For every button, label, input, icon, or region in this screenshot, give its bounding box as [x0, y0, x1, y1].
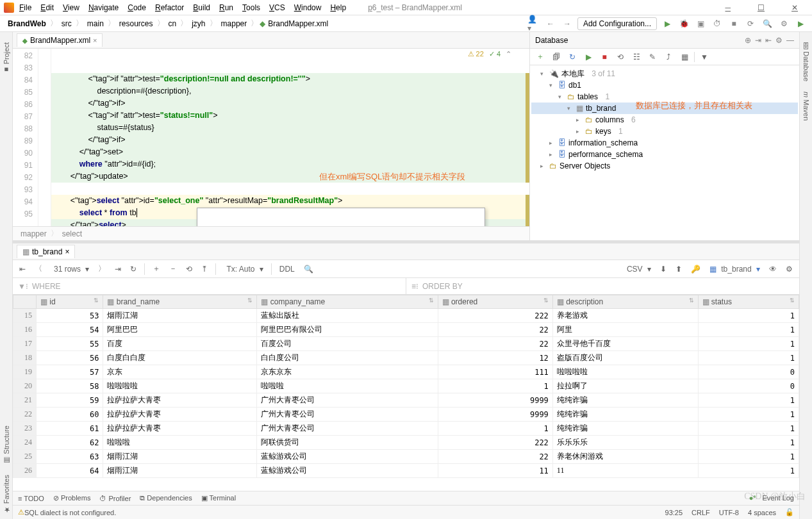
- tx-mode[interactable]: Tx: Auto ▾: [221, 263, 265, 275]
- tree-perf-schema[interactable]: ▸🗄performance_schema: [531, 149, 798, 160]
- grid-settings-icon[interactable]: ⚙: [783, 263, 795, 275]
- search-icon[interactable]: 🔍: [761, 17, 774, 30]
- tab-dependencies[interactable]: ⧉ Dependencies: [140, 494, 192, 502]
- table-row[interactable]: 2563烟雨江湖蓝鲸游戏公司22养老休闲游戏1: [13, 450, 799, 464]
- column-header[interactable]: ▦ status ⇅: [698, 295, 799, 309]
- user-icon[interactable]: 👤▾: [527, 17, 540, 30]
- menu-refactor[interactable]: Refactor: [151, 2, 188, 13]
- profile-icon[interactable]: ⏱: [711, 17, 724, 30]
- prev-page-icon[interactable]: 〈: [32, 262, 45, 276]
- maximize-icon[interactable]: ☐: [754, 2, 768, 13]
- menu-view[interactable]: View: [59, 2, 83, 13]
- db-console-icon[interactable]: ☷: [630, 53, 643, 62]
- code-editor[interactable]: <"tag">if "attr">test="description!=null…: [51, 49, 529, 226]
- db-table-icon[interactable]: ▦: [678, 53, 691, 62]
- table-row[interactable]: 2260拉萨拉萨大青枣广州大青枣公司9999纯纯诈骗1: [13, 408, 799, 422]
- menu-file[interactable]: File: [15, 2, 35, 13]
- tab-profiler[interactable]: ⏱ Profiler: [99, 495, 131, 502]
- export-format[interactable]: CSV ▾: [622, 263, 654, 275]
- db-copy-icon[interactable]: 🗐: [550, 53, 563, 62]
- editor-crumb[interactable]: mapper: [21, 229, 47, 238]
- menu-code[interactable]: Code: [124, 2, 150, 13]
- tree-columns-folder[interactable]: ▸🗀columns 6: [531, 114, 798, 126]
- table-row[interactable]: 1957京东京东京东111啦啦啦啦0: [13, 365, 799, 379]
- db-commit-icon[interactable]: ⤴: [662, 53, 675, 62]
- table-row[interactable]: 2058啦啦啦啦啦啦啦1拉拉啊了0: [13, 379, 799, 393]
- where-input[interactable]: [65, 281, 401, 291]
- table-row[interactable]: 1856白度白白度白白度公司12盗版百度公司1: [13, 351, 799, 365]
- orderby-input[interactable]: [467, 281, 794, 291]
- download-icon[interactable]: ⬇: [658, 263, 669, 275]
- readonly-icon[interactable]: 🔓: [785, 508, 794, 516]
- back-icon[interactable]: ←: [544, 17, 557, 30]
- reload-icon[interactable]: ↻: [128, 263, 139, 275]
- table-row[interactable]: 2361拉萨拉萨大青枣广州大青枣公司1纯纯诈骗1: [13, 422, 799, 436]
- table-row[interactable]: 2159拉萨拉萨大青枣广州大青枣公司9999纯纯诈骗1: [13, 393, 799, 408]
- tree-server-objects[interactable]: ▸🗀Server Objects: [531, 160, 798, 172]
- tree-schema[interactable]: ▾🗄db1: [531, 79, 798, 91]
- run-icon[interactable]: ▶: [661, 17, 674, 30]
- next-page-icon[interactable]: 〉: [95, 262, 108, 276]
- datagrid-tab[interactable]: ▦ tb_brand ×: [17, 245, 75, 258]
- file-encoding[interactable]: UTF-8: [719, 509, 739, 516]
- table-row[interactable]: 2664烟雨江湖蓝鲸游戏公司11111: [13, 464, 799, 478]
- tree-datasource[interactable]: ▾🔌本地库 3 of 11: [531, 68, 798, 79]
- db-run-icon[interactable]: ▶: [582, 53, 595, 62]
- column-header[interactable]: ▦ ordered ⇅: [438, 295, 552, 309]
- stop-icon[interactable]: ■: [727, 17, 740, 30]
- table-row[interactable]: 1553烟雨江湖蓝鲸出版社222养老游戏1: [13, 309, 799, 323]
- data-table[interactable]: ▦ id ⇅▦ brand_name ⇅▦ company_name ⇅▦ or…: [13, 295, 799, 478]
- tab-todo[interactable]: ≡ TODO: [18, 495, 44, 502]
- column-header[interactable]: ▦ description ⇅: [552, 295, 698, 309]
- close-icon[interactable]: ✕: [788, 2, 802, 13]
- inspect-icon[interactable]: ⌃: [506, 50, 511, 58]
- menu-help[interactable]: Help: [326, 2, 350, 13]
- tree-keys-folder[interactable]: ▸🗀keys 1: [531, 126, 798, 137]
- table-row[interactable]: 1654阿里巴巴阿里巴巴有限公司22阿里1: [13, 323, 799, 337]
- table-row[interactable]: 1755百度百度公司22众里寻他千百度1: [13, 337, 799, 351]
- ide-run-icon[interactable]: ▶: [794, 17, 807, 30]
- db-settings-icon[interactable]: ⚙: [775, 36, 783, 45]
- warning-count[interactable]: ⚠ 22: [468, 50, 484, 58]
- tab-terminal[interactable]: ▣ Terminal: [201, 494, 236, 502]
- editor-crumb[interactable]: select: [62, 229, 82, 238]
- commit-icon[interactable]: ⤒: [199, 263, 210, 275]
- breadcrumb-root[interactable]: BrandWeb: [5, 19, 49, 29]
- column-header[interactable]: ▦ company_name ⇅: [257, 295, 438, 309]
- sidetab-maven[interactable]: m Maven: [802, 92, 810, 120]
- db-target-icon[interactable]: ⊕: [745, 36, 751, 45]
- menu-edit[interactable]: Edit: [37, 2, 58, 13]
- forward-icon[interactable]: →: [561, 17, 574, 30]
- line-separator[interactable]: CRLF: [692, 509, 710, 516]
- breadcrumb[interactable]: src: [59, 19, 74, 29]
- last-page-icon[interactable]: ⇥: [112, 263, 124, 275]
- tab-problems[interactable]: ⊘ Problems: [53, 494, 91, 502]
- coverage-icon[interactable]: ▣: [694, 17, 707, 30]
- indent-setting[interactable]: 4 spaces: [748, 509, 776, 516]
- column-header[interactable]: ▦ id ⇅: [37, 295, 103, 309]
- breadcrumb[interactable]: main: [85, 19, 106, 29]
- menu-run[interactable]: Run: [215, 2, 237, 13]
- ddl-button[interactable]: DDL: [277, 263, 297, 275]
- check-count[interactable]: ✓ 4: [489, 50, 501, 58]
- warning-icon[interactable]: ⚠: [18, 508, 24, 516]
- settings-icon[interactable]: ⚙: [777, 17, 790, 30]
- fold-gutter[interactable]: [38, 49, 51, 226]
- db-collapse-icon[interactable]: ⇥: [755, 36, 761, 45]
- sidetab-project[interactable]: ■ Project: [3, 42, 10, 74]
- table-row[interactable]: 2462啦啦啦阿联供货司222乐乐乐乐1: [13, 436, 799, 450]
- db-filter-icon[interactable]: ▼: [698, 53, 711, 62]
- breadcrumb[interactable]: mapper: [219, 19, 250, 29]
- menu-window[interactable]: Window: [290, 2, 326, 13]
- caret-position[interactable]: 93:25: [665, 509, 683, 516]
- db-refresh-icon[interactable]: ↻: [566, 53, 579, 62]
- breadcrumb[interactable]: cn: [166, 19, 179, 29]
- breadcrumb-file[interactable]: BrandMapper.xml: [265, 19, 331, 29]
- tree-info-schema[interactable]: ▸🗄information_schema: [531, 137, 798, 149]
- sidetab-database[interactable]: 🗄 Database: [802, 42, 810, 81]
- view-mode-icon[interactable]: 👁: [766, 263, 779, 275]
- first-page-icon[interactable]: ⇤: [17, 263, 28, 275]
- debug-icon[interactable]: 🐞: [677, 17, 690, 30]
- vcs-update-icon[interactable]: ⟳: [744, 17, 757, 30]
- menu-build[interactable]: Build: [189, 2, 214, 13]
